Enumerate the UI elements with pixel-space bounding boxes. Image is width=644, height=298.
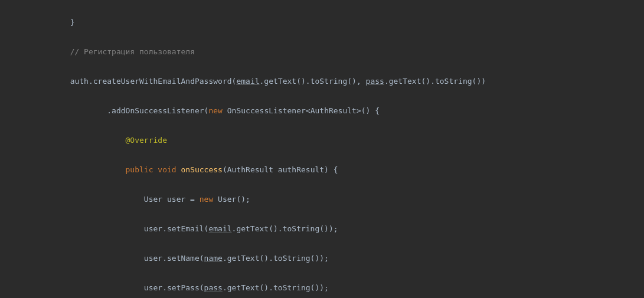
- keyword-void: void: [158, 165, 176, 174]
- token: OnSuccessListener<AuthResult>() {: [227, 106, 380, 115]
- code-line[interactable]: public void onSuccess(AuthResult authRes…: [0, 162, 644, 177]
- token: auth: [70, 77, 89, 86]
- annotation-override: @Override: [126, 136, 167, 145]
- token: User();: [213, 195, 250, 204]
- var-name: name: [204, 254, 223, 263]
- var-pass: pass: [204, 283, 223, 292]
- code-line[interactable]: user.setName(name.getText().toString());: [0, 251, 644, 266]
- token: .: [89, 77, 93, 86]
- keyword-new: new: [208, 106, 222, 115]
- code-line[interactable]: }: [0, 15, 644, 30]
- token: .: [70, 106, 112, 115]
- token: .getText().toString());: [223, 254, 329, 263]
- token: .getText().toString());: [232, 224, 338, 233]
- code-line[interactable]: User user = new User();: [0, 192, 644, 207]
- var-email: email: [236, 77, 259, 86]
- keyword-new: new: [200, 195, 213, 204]
- token: user.setEmail(: [144, 224, 209, 233]
- code-line[interactable]: user.setPass(pass.getText().toString());: [0, 280, 644, 295]
- token: addOnSuccessListener(: [112, 106, 208, 115]
- token: .getText().toString());: [223, 283, 329, 292]
- token: .getText().toString(),: [260, 77, 366, 86]
- code-editor[interactable]: } // Регистрация пользователя auth.creat…: [0, 0, 644, 298]
- method-onSuccess: onSuccess: [181, 165, 222, 174]
- token: user.setName(: [144, 254, 204, 263]
- token: (AuthResult authResult) {: [223, 165, 338, 174]
- code-line[interactable]: auth.createUserWithEmailAndPassword(emai…: [0, 74, 644, 89]
- var-pass: pass: [366, 77, 384, 86]
- comment: // Регистрация пользователя: [70, 47, 195, 56]
- keyword-public: public: [126, 165, 153, 174]
- brace: }: [70, 18, 75, 27]
- token: .getText().toString()): [384, 77, 486, 86]
- var-email: email: [208, 224, 231, 233]
- token: [223, 106, 227, 115]
- token: user.setPass(: [144, 283, 204, 292]
- code-line[interactable]: .addOnSuccessListener(new OnSuccessListe…: [0, 103, 644, 118]
- code-line[interactable]: // Регистрация пользователя: [0, 44, 644, 59]
- token: createUserWithEmailAndPassword: [93, 77, 232, 86]
- code-line[interactable]: @Override: [0, 133, 644, 148]
- code-line[interactable]: user.setEmail(email.getText().toString()…: [0, 221, 644, 236]
- token: User user =: [144, 195, 200, 204]
